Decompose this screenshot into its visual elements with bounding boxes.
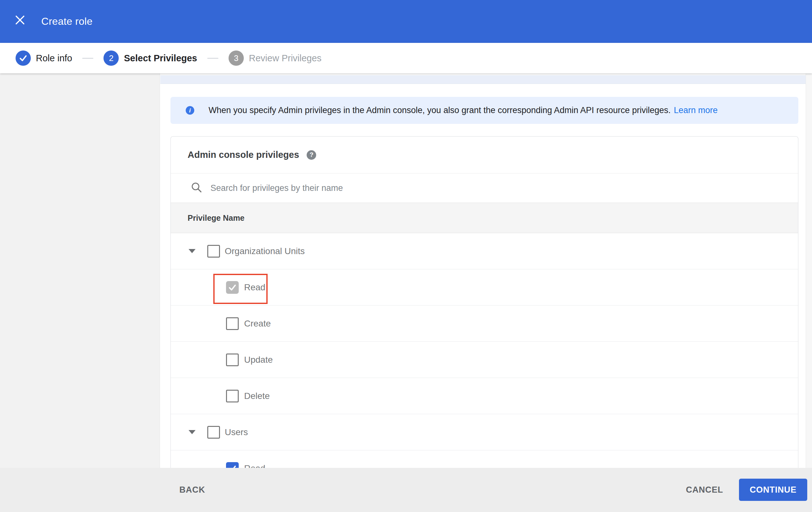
privilege-name-column-header: Privilege Name (171, 203, 798, 233)
privilege-label: Users (225, 427, 248, 437)
privilege-label: Delete (244, 391, 270, 401)
cancel-button[interactable]: CANCEL (686, 485, 723, 495)
footer-right-group: CANCEL CONTINUE (686, 479, 807, 501)
privilege-label: Read (244, 463, 265, 468)
step-select-privileges[interactable]: 2 Select Privileges (104, 51, 197, 66)
step-role-info[interactable]: Role info (16, 51, 72, 66)
search-icon (191, 182, 202, 194)
dialog-body: i When you specify Admin privileges in t… (0, 73, 812, 468)
table-row: Update (171, 342, 798, 378)
banner-text: When you specify Admin privileges in the… (208, 105, 671, 115)
stepper-dash (82, 58, 93, 59)
step-label: Review Privileges (249, 53, 322, 63)
table-row: Read (171, 269, 798, 305)
step-done-circle (16, 51, 31, 66)
card-title: Admin console privileges (187, 150, 299, 160)
privilege-label: Organizational Units (225, 246, 305, 256)
step-label: Select Privileges (124, 53, 197, 63)
back-button[interactable]: BACK (179, 479, 205, 501)
wizard-stepper: Role info 2 Select Privileges 3 Review P… (0, 43, 812, 73)
privilege-label: Update (244, 355, 273, 365)
table-row: Delete (171, 378, 798, 414)
privilege-label: Create (244, 319, 271, 329)
table-row: Organizational Units (171, 233, 798, 269)
stepper-dash (207, 58, 219, 59)
privilege-checkbox[interactable] (226, 390, 239, 402)
table-row: Create (171, 305, 798, 342)
scrolled-section-edge (160, 75, 806, 84)
continue-button[interactable]: CONTINUE (739, 479, 807, 501)
privilege-checkbox[interactable] (226, 462, 239, 468)
question-circle-icon[interactable]: ? (307, 150, 316, 160)
info-banner: i When you specify Admin privileges in t… (171, 97, 799, 124)
table-row: Read (171, 450, 798, 468)
step-number-circle: 3 (229, 51, 244, 66)
table-row: Users (171, 414, 798, 450)
step-label: Role info (36, 53, 72, 63)
privilege-checkbox[interactable] (207, 245, 220, 258)
search-input[interactable] (210, 183, 718, 193)
dialog-header: Create role (0, 0, 812, 43)
expand-arrow-icon[interactable] (188, 249, 196, 253)
create-role-dialog: Create role Role info 2 Select Privilege… (0, 0, 812, 512)
step-number-circle: 2 (104, 51, 119, 66)
card-header: Admin console privileges ? (171, 137, 798, 173)
step-review-privileges[interactable]: 3 Review Privileges (229, 51, 322, 66)
privilege-label: Read (244, 282, 265, 293)
info-icon: i (186, 106, 194, 115)
privilege-checkbox[interactable] (226, 281, 239, 294)
privilege-checkbox[interactable] (226, 353, 239, 366)
privilege-checkbox[interactable] (226, 317, 239, 330)
admin-privileges-card: Admin console privileges ? Privilege Nam… (171, 136, 799, 468)
scrollable-content: i When you specify Admin privileges in t… (160, 73, 806, 468)
scrollbar-track[interactable] (806, 73, 812, 468)
page-title: Create role (41, 0, 93, 43)
privilege-search-row (171, 173, 798, 203)
learn-more-link[interactable]: Learn more (674, 105, 718, 115)
left-gutter-panel (0, 73, 160, 468)
privilege-checkbox[interactable] (207, 426, 220, 439)
close-icon[interactable] (14, 15, 25, 25)
expand-arrow-icon[interactable] (188, 430, 196, 434)
privileges-table-body: Organizational UnitsReadCreateUpdateDele… (171, 233, 798, 468)
footer-action-bar: BACK CANCEL CONTINUE (0, 468, 812, 512)
